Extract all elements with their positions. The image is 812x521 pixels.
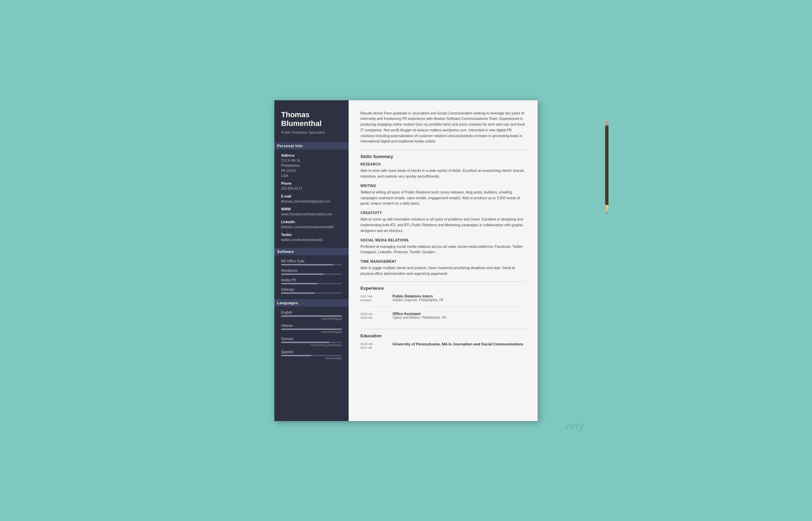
software-skill-item: Adobe PS	[281, 278, 342, 284]
experience-list: 2017-09 - present Public Relations Inter…	[360, 294, 526, 324]
lang-bar-fill	[281, 355, 311, 356]
lang-bar-bg	[281, 329, 342, 330]
exp-company: Ogilvy and Mather, Philadelphia, PA	[392, 316, 446, 319]
exp-details: Office Assistant Ogilvy and Mather, Phil…	[392, 312, 446, 319]
twitter-value: twitter.com/thommybloom81	[281, 237, 342, 243]
software-heading: Software	[274, 248, 349, 255]
software-skill-name: Adobe PS	[281, 278, 342, 282]
software-skills: MS Office Suite Wordpress Adobe PS InDes…	[281, 259, 342, 294]
skills-section-title: Skills Summary	[360, 154, 526, 159]
experience-row: 2015-06 - 2015-08 Office Assistant Ogilv…	[360, 312, 526, 324]
lang-name: Spanish	[281, 350, 342, 354]
svg-rect-0	[605, 124, 608, 205]
phone-value: 202-555-0173	[281, 186, 342, 191]
lang-level: Full working proficiency	[281, 343, 342, 347]
skill-block: CREATIVITY Able to come up with innovati…	[360, 211, 526, 233]
software-skill-name: MS Office Suite	[281, 259, 342, 263]
skill-block: TIME MANAGEMENT Able to juggle multiple …	[360, 260, 526, 276]
skill-bar-fill	[281, 292, 314, 294]
email-value: thomas.j.blumenthal@gmail.com	[281, 199, 342, 204]
lang-bar-fill	[281, 342, 330, 343]
email-label: E-mail	[281, 195, 342, 198]
www-value: www.thomblumenthalcreative.com	[281, 212, 342, 217]
address-value: 713 N 4th St, Philadelphia, PA 19123, US…	[281, 158, 342, 178]
skill-bar-bg	[281, 283, 342, 284]
lang-bar-bg	[281, 315, 342, 317]
personal-info-heading: Personal Info	[274, 142, 349, 150]
skill-bar-fill	[281, 264, 333, 265]
edu-title: University of Pennsylvania, MA in Journa…	[392, 342, 523, 349]
zety-watermark: zety	[565, 421, 585, 431]
lang-name: German	[281, 337, 342, 341]
edu-date: 2012-08 - 2017-05	[360, 342, 386, 349]
lang-level: Intermediate	[281, 357, 342, 360]
candidate-title: Public Relations Specialist	[281, 130, 342, 135]
lang-bar-fill	[281, 315, 342, 317]
lang-name: Hebrew	[281, 324, 342, 327]
lang-level: Native/bilingual	[281, 330, 342, 334]
language-skills: English Native/bilingual Hebrew Native/b…	[281, 311, 342, 360]
svg-marker-2	[606, 212, 607, 215]
language-item: Hebrew Native/bilingual	[281, 324, 342, 334]
software-skill-item: MS Office Suite	[281, 259, 342, 265]
skill-block-desc: Able to juggle multiple clients and proj…	[360, 265, 526, 276]
twitter-label: Twitter	[281, 233, 342, 237]
skill-block-desc: Able to work with many kinds of clients …	[360, 168, 526, 179]
software-skill-item: InDesign	[281, 288, 342, 294]
candidate-name: Thomas Blumenthal	[281, 110, 342, 128]
lang-bar-bg	[281, 342, 342, 343]
skill-block-name: CREATIVITY	[360, 211, 526, 215]
divider-3	[360, 329, 526, 329]
skill-bar-bg	[281, 292, 342, 294]
languages-heading: Languages	[274, 299, 349, 307]
skill-block-desc: Skilled at writing all types of Public R…	[360, 189, 526, 206]
skill-block-name: TIME MANAGEMENT	[360, 260, 526, 263]
exp-company: Adidas Originals, Philadelphia, PA	[392, 298, 444, 302]
skill-block: RESEARCH Able to work with many kinds of…	[360, 162, 526, 179]
skill-block-name: SOCIAL MEDIA RELATIONS	[360, 239, 526, 242]
skills-list: RESEARCH Able to work with many kinds of…	[360, 162, 526, 276]
resume: Thomas Blumenthal Public Relations Speci…	[274, 100, 538, 421]
svg-rect-4	[605, 124, 608, 126]
skill-bar-fill	[281, 283, 317, 284]
exp-details: Public Relations Intern Adidas Originals…	[392, 294, 444, 302]
skill-block: WRITING Skilled at writing all types of …	[360, 184, 526, 206]
exp-title: Office Assistant	[392, 312, 446, 316]
skill-bar-bg	[281, 273, 342, 275]
language-item: German Full working proficiency	[281, 337, 342, 347]
divider-1	[360, 150, 526, 150]
education-list: 2012-08 - 2017-05 University of Pennsylv…	[360, 342, 526, 349]
software-skill-name: InDesign	[281, 288, 342, 291]
skill-bar-fill	[281, 273, 324, 275]
address-label: Address	[281, 154, 342, 157]
skill-bar-bg	[281, 264, 342, 265]
lang-name: English	[281, 311, 342, 314]
education-row: 2012-08 - 2017-05 University of Pennsylv…	[360, 342, 526, 349]
language-item: Spanish Intermediate	[281, 350, 342, 360]
software-skill-name: Wordpress	[281, 269, 342, 272]
lang-bar-bg	[281, 355, 342, 356]
linkedin-value: linkedin.com/me/thomblumenthal81	[281, 225, 342, 230]
experience-section-title: Experience	[360, 286, 526, 291]
phone-label: Phone	[281, 182, 342, 185]
main-content: Results-driven Penn graduate in Journali…	[349, 100, 538, 421]
sidebar: Thomas Blumenthal Public Relations Speci…	[274, 100, 349, 421]
exp-date: 2015-06 - 2015-08	[360, 312, 386, 319]
summary-text: Results-driven Penn graduate in Journali…	[360, 110, 526, 144]
www-label: WWW	[281, 207, 342, 211]
language-item: English Native/bilingual	[281, 311, 342, 320]
page-wrapper: Thomas Blumenthal Public Relations Speci…	[220, 100, 592, 421]
divider-2	[360, 281, 526, 281]
skill-block: SOCIAL MEDIA RELATIONS Proficient at man…	[360, 239, 526, 255]
skill-block-desc: Proficient at managing social media rela…	[360, 244, 526, 255]
pencil-decoration	[602, 117, 612, 212]
skill-block-desc: Able to come up with innovative solution…	[360, 217, 526, 233]
exp-date: 2017-09 - present	[360, 294, 386, 302]
education-section-title: Education	[360, 333, 526, 338]
lang-level: Native/bilingual	[281, 317, 342, 320]
experience-row: 2017-09 - present Public Relations Inter…	[360, 294, 526, 307]
software-skill-item: Wordpress	[281, 269, 342, 275]
skill-block-name: RESEARCH	[360, 162, 526, 166]
lang-bar-fill	[281, 329, 342, 330]
skill-block-name: WRITING	[360, 184, 526, 188]
